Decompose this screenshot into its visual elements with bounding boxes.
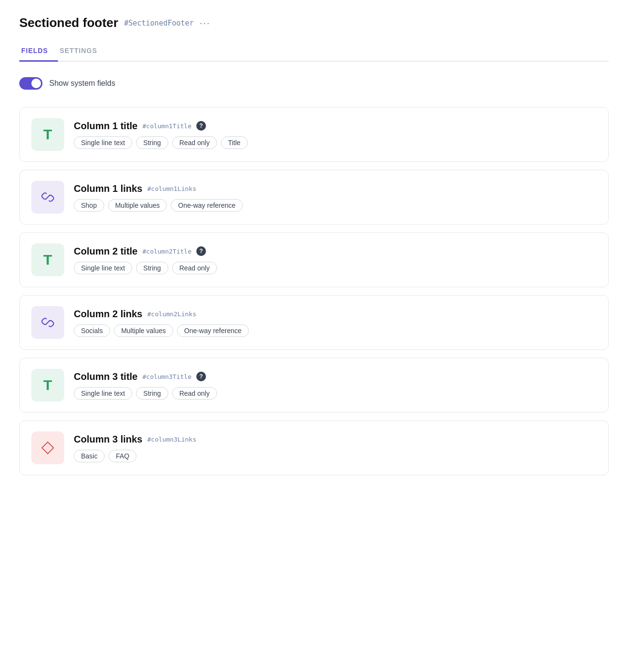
system-fields-toggle[interactable] [19,77,42,90]
field-name-column3links: Column 3 links [74,434,142,445]
field-card-column3title: T Column 3 title #column3Title ? Single … [19,358,609,413]
field-id-column2links: #column2Links [147,310,196,318]
field-icon-column2title: T [31,243,64,276]
tag-single-line-text-3: Single line text [74,387,132,400]
help-icon-column3title[interactable]: ? [196,372,206,381]
field-card-column1links: Column 1 links #column1Links Shop Multip… [19,170,609,225]
field-info-column2title: Column 2 title #column2Title ? Single li… [74,246,597,274]
tag-multiple-values: Multiple values [108,199,167,212]
tag-multiple-values-2: Multiple values [114,324,173,337]
field-id-column2title: #column2Title [142,248,191,255]
tag-string-3: String [136,387,168,400]
tab-settings[interactable]: SETTINGS [58,42,107,62]
toggle-row: Show system fields [19,77,609,90]
field-info-column2links: Column 2 links #column2Links Socials Mul… [74,309,597,337]
help-icon-column2title[interactable]: ? [196,246,206,256]
tag-string: String [136,136,168,149]
tab-fields[interactable]: FIELDS [19,42,58,62]
field-name-column2title: Column 2 title [74,246,137,257]
tabs: FIELDS SETTINGS [19,42,609,62]
page-title: Sectioned footer [19,15,118,30]
tag-basic: Basic [74,450,105,462]
field-info-column1links: Column 1 links #column1Links Shop Multip… [74,183,597,212]
more-options-icon[interactable]: ··· [200,17,211,28]
toggle-label: Show system fields [49,79,115,88]
field-icon-column1links [31,181,64,214]
field-info-column1title: Column 1 title #column1Title ? Single li… [74,121,597,149]
field-icon-column3links [31,431,64,464]
field-card-column3links: Column 3 links #column3Links Basic FAQ [19,420,609,475]
tag-read-only: Read only [172,136,217,149]
header-row: Sectioned footer #SectionedFooter ··· [19,15,609,30]
tag-read-only-2: Read only [172,262,217,274]
field-info-column3title: Column 3 title #column3Title ? Single li… [74,371,597,400]
tag-read-only-3: Read only [172,387,217,400]
field-name-column1title: Column 1 title [74,121,137,132]
field-icon-column2links [31,306,64,339]
field-id-column1title: #column1Title [142,122,191,130]
field-card-column2title: T Column 2 title #column2Title ? Single … [19,232,609,287]
field-info-column3links: Column 3 links #column3Links Basic FAQ [74,434,597,462]
tag-faq: FAQ [109,450,137,462]
field-name-column2links: Column 2 links [74,309,142,320]
fields-list: T Column 1 title #column1Title ? Single … [19,107,609,475]
field-card-column1title: T Column 1 title #column1Title ? Single … [19,107,609,162]
field-name-column1links: Column 1 links [74,183,142,194]
page-id: #SectionedFooter [124,19,194,27]
tag-title: Title [221,136,248,149]
field-id-column3links: #column3Links [147,436,196,443]
tag-one-way-reference: One-way reference [171,199,243,212]
tag-single-line-text-2: Single line text [74,262,132,274]
tag-string-2: String [136,262,168,274]
help-icon-column1title[interactable]: ? [196,121,206,131]
field-icon-column1title: T [31,118,64,151]
tag-one-way-reference-2: One-way reference [177,324,249,337]
field-id-column1links: #column1Links [147,185,196,192]
tag-socials: Socials [74,324,110,337]
field-card-column2links: Column 2 links #column2Links Socials Mul… [19,295,609,350]
field-icon-column3title: T [31,369,64,402]
tag-single-line-text: Single line text [74,136,132,149]
tag-shop: Shop [74,199,104,212]
field-name-column3title: Column 3 title [74,371,137,382]
field-id-column3title: #column3Title [142,373,191,380]
